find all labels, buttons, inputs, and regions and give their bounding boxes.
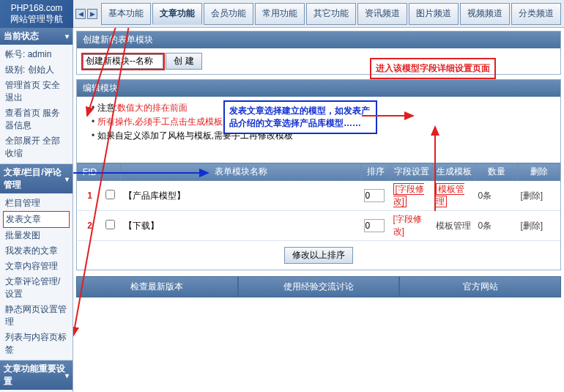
- module-table: FID表单模块名称排序字段设置生成模板数量删除 1【产品库模型】[字段修改]模板…: [77, 163, 560, 241]
- sidebar-item-1-1[interactable]: 发表文章: [3, 211, 70, 228]
- chevron-down-icon: ▾: [65, 175, 69, 183]
- table-row: 2【下载】[字段修改]模板管理0条[删除]: [78, 211, 560, 241]
- sidebar-item-0-3[interactable]: 查看首页 服务器信息: [3, 106, 70, 133]
- module-name-cell: 【下载】: [121, 211, 361, 241]
- sidebar-item-0-0[interactable]: 帐号: admin: [3, 47, 70, 62]
- sidebar-item-1-5[interactable]: 文章评论管理/设置: [3, 274, 70, 302]
- table-header: FID: [78, 163, 103, 181]
- sidebar-item-1-3[interactable]: 我发表的文章: [3, 243, 70, 259]
- table-header: 数量: [475, 163, 518, 181]
- count-cell: 0条: [475, 211, 518, 241]
- sidebar-item-1-4[interactable]: 文章内容管理: [3, 259, 70, 274]
- submit-sort-button[interactable]: 修改以上排序: [284, 247, 353, 264]
- table-header: [103, 163, 121, 181]
- nav-back-icon[interactable]: ◀: [75, 9, 86, 19]
- panel-edit-title: 编辑模块: [77, 80, 560, 97]
- create-button[interactable]: 创 建: [166, 53, 201, 70]
- footer-links: 检查最新版本使用经验交流讨论官方网站: [76, 276, 561, 297]
- table-header: 字段设置: [390, 163, 433, 181]
- sidebar-header-1[interactable]: 文章/栏目/评论管理▾: [0, 164, 73, 193]
- tab-3[interactable]: 常用功能: [255, 3, 305, 25]
- table-header: 排序: [361, 163, 390, 181]
- tab-0[interactable]: 基本功能: [101, 3, 151, 25]
- panel-edit-module: 编辑模块 注意:数值大的排在前面所有操作,必须手工点击生成模板后,前台才能生效如…: [76, 79, 561, 270]
- sidebar-header-0[interactable]: 当前状态▾: [0, 28, 73, 45]
- fid-cell: 1: [78, 181, 103, 211]
- chevron-down-icon: ▾: [65, 32, 69, 40]
- table-row: 1【产品库模型】[字段修改]模板管理0条[删除]: [78, 181, 560, 211]
- annotation-blue: 发表文章选择建立的模型，如发表产品介绍的文章选择产品库模型……: [223, 100, 377, 134]
- main-content: 创建新的表单模块 创 建 编辑模块 注意:数值大的排在前面所有操作,必须手工点击…: [73, 28, 564, 392]
- field-edit-link[interactable]: [字段修改]: [393, 214, 422, 237]
- tab-4[interactable]: 其它功能: [306, 3, 356, 25]
- footer-link-2[interactable]: 官方网站: [399, 276, 561, 297]
- tab-1[interactable]: 文章功能: [152, 3, 202, 25]
- table-header: 表单模块名称: [121, 163, 361, 181]
- template-manage-link[interactable]: 模板管理: [436, 221, 471, 231]
- fid-cell: 2: [78, 211, 103, 241]
- sidebar-item-0-1[interactable]: 级别: 创始人: [3, 62, 70, 78]
- sidebar-item-1-2[interactable]: 批量发图: [3, 228, 70, 243]
- row-checkbox[interactable]: [105, 220, 115, 229]
- sidebar-item-1-0[interactable]: 栏目管理: [3, 196, 70, 211]
- new-module-name-input[interactable]: [83, 54, 163, 69]
- delete-link[interactable]: [删除]: [521, 191, 543, 201]
- tab-2[interactable]: 会员功能: [204, 3, 253, 25]
- chevron-down-icon: ▾: [65, 371, 69, 380]
- sidebar-item-1-6[interactable]: 静态网页设置管理: [3, 302, 70, 330]
- tab-8[interactable]: 分类频道: [511, 3, 561, 25]
- module-name-cell: 【产品库模型】: [121, 181, 361, 211]
- tab-5[interactable]: 资讯频道: [357, 3, 407, 25]
- annotation-red: 进入该模型字段详细设置页面: [370, 58, 496, 79]
- logo: PHP168.com 网站管理导航: [0, 0, 73, 28]
- footer-link-1[interactable]: 使用经验交流讨论: [238, 276, 400, 297]
- tab-6[interactable]: 图片频道: [409, 3, 459, 25]
- top-tabs: 基本功能文章功能会员功能常用功能其它功能资讯频道图片频道视频频道分类频道: [100, 3, 561, 25]
- table-header: 删除: [518, 163, 560, 181]
- footer-link-0[interactable]: 检查最新版本: [76, 276, 238, 297]
- sidebar-item-0-2[interactable]: 管理首页 安全退出: [3, 78, 70, 106]
- sort-input[interactable]: [364, 219, 385, 232]
- count-cell: 0条: [475, 181, 518, 211]
- table-header: 生成模板: [433, 163, 475, 181]
- sort-input[interactable]: [364, 189, 385, 202]
- tab-7[interactable]: 视频频道: [460, 3, 510, 25]
- sidebar-item-1-7[interactable]: 列表与内容页标签: [3, 330, 70, 358]
- field-edit-link[interactable]: [字段修改]: [393, 183, 424, 207]
- delete-link[interactable]: [删除]: [521, 221, 543, 231]
- nav-fwd-icon[interactable]: ▶: [87, 9, 97, 19]
- sidebar: 当前状态▾帐号: admin级别: 创始人管理首页 安全退出查看首页 服务器信息…: [0, 28, 73, 392]
- template-manage-link[interactable]: 模板管理: [436, 183, 464, 207]
- sidebar-item-0-4[interactable]: 全部展开 全部收缩: [3, 133, 70, 161]
- panel-create-title: 创建新的表单模块: [77, 32, 560, 48]
- row-checkbox[interactable]: [105, 190, 115, 199]
- sidebar-header-2[interactable]: 文章功能重要设置▾: [0, 360, 73, 390]
